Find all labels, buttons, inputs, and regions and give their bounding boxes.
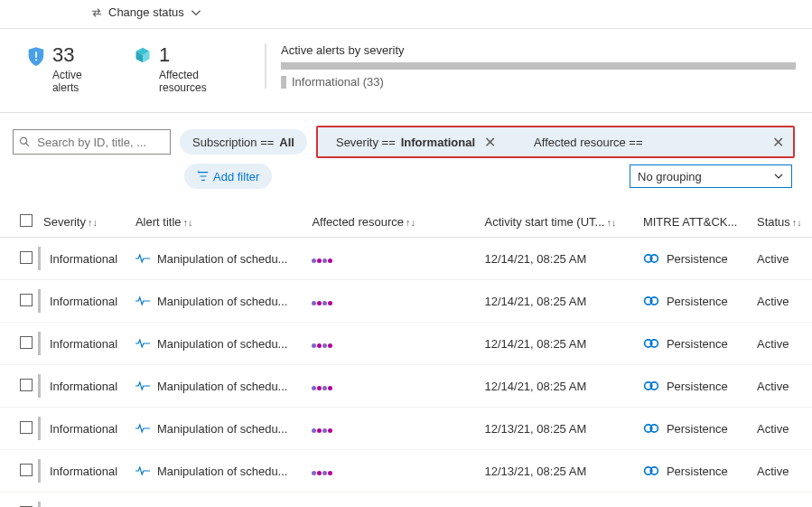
cell-title[interactable]: Manipulation of schedu... — [130, 408, 306, 450]
row-checkbox[interactable] — [0, 238, 38, 280]
cell-status: Active — [751, 323, 812, 365]
header-title[interactable]: Alert title↑↓ — [130, 205, 306, 238]
persistence-icon — [643, 337, 659, 350]
svg-point-2 — [21, 137, 27, 144]
table-row[interactable]: Informational Manipulation of schedu... … — [0, 365, 812, 408]
filter-row-2: + Add filter No grouping — [0, 158, 812, 194]
cell-title[interactable]: Manipulation of schedu... — [130, 238, 306, 280]
swap-icon — [90, 6, 103, 19]
persistence-icon — [643, 295, 659, 307]
row-checkbox[interactable] — [0, 450, 38, 493]
header-resource[interactable]: Affected resource↑↓ — [306, 205, 430, 238]
grouping-select[interactable]: No grouping — [630, 164, 792, 188]
cell-resource — [306, 323, 430, 365]
filter-affected-resource[interactable]: Affected resource == — [521, 129, 660, 155]
filter-severity[interactable]: Severity == Informational ✕ — [323, 129, 512, 155]
pill-value: All — [279, 136, 294, 149]
cell-status: Active — [751, 450, 812, 493]
pill-value: Informational — [401, 136, 475, 149]
header-checkbox[interactable] — [0, 205, 38, 238]
cell-mitre: Persistence — [638, 238, 751, 280]
activity-icon — [135, 423, 150, 434]
resource-icon — [312, 386, 332, 390]
table-row[interactable]: Informational Manipulation of schedu... … — [0, 323, 812, 365]
cell-time: 12/14/21, 08:25 AM — [430, 365, 637, 408]
row-checkbox[interactable] — [0, 493, 38, 508]
cell-title[interactable]: Manipulation of schedu... — [130, 323, 306, 365]
cell-title[interactable]: Manipulation of schedu... — [130, 280, 306, 323]
active-alerts-stat: 33 Active alerts — [27, 43, 98, 94]
severity-legend-text: Informational (33) — [292, 75, 384, 89]
row-checkbox[interactable] — [0, 365, 38, 408]
severity-title: Active alerts by severity — [281, 43, 796, 57]
cell-mitre: Persistence — [638, 450, 751, 493]
search-input[interactable] — [13, 129, 171, 155]
persistence-icon — [643, 422, 659, 435]
cell-resource — [306, 280, 430, 323]
close-icon[interactable]: ✕ — [772, 134, 784, 151]
change-status-action[interactable]: Change status — [0, 0, 812, 24]
persistence-icon — [643, 252, 659, 265]
sort-icon: ↑↓ — [606, 217, 616, 228]
row-checkbox[interactable] — [0, 323, 38, 365]
cell-mitre: Persistence — [638, 323, 751, 365]
header-activity[interactable]: Activity start time (UT...↑↓ — [430, 205, 637, 238]
table-row[interactable]: Informational Manipulation of schedu... … — [0, 408, 812, 450]
cell-title[interactable]: Manipulation of schedu... — [130, 365, 306, 408]
header-mitre[interactable]: MITRE ATT&CK... — [638, 205, 751, 238]
cell-status: Active — [751, 408, 812, 450]
search-icon — [19, 136, 30, 148]
add-filter-button[interactable]: + Add filter — [184, 164, 272, 189]
activity-icon — [135, 338, 150, 349]
resource-icon — [312, 428, 332, 433]
table-row[interactable]: Informational Manipulation of schedu... … — [0, 450, 812, 493]
svg-text:+: + — [197, 170, 201, 175]
cell-time: 12/13/21, 08:25 AM — [430, 450, 637, 493]
search-field[interactable] — [35, 135, 164, 150]
grouping-value: No grouping — [638, 170, 702, 183]
table-row[interactable]: Informational Manipulation of schedu... … — [0, 238, 812, 280]
table-row[interactable]: Informational Manipulation of schedu... … — [0, 493, 812, 508]
table-row[interactable]: Informational Manipulation of schedu... … — [0, 280, 812, 323]
activity-icon — [135, 253, 150, 264]
row-checkbox[interactable] — [0, 280, 38, 323]
affected-resources-stat: 1 Affected resources — [134, 43, 229, 94]
resource-icon — [312, 301, 332, 305]
cell-severity: Informational — [38, 365, 130, 408]
cell-severity: Informational — [38, 323, 130, 365]
cell-resource — [306, 238, 430, 280]
cell-mitre: Persistence — [638, 280, 751, 323]
cell-status: Active — [751, 280, 812, 323]
resource-icon — [312, 343, 332, 348]
severity-block: Active alerts by severity Informational … — [265, 43, 796, 89]
header-severity[interactable]: Severity↑↓ — [38, 205, 130, 238]
cell-time: 12/14/21, 08:25 AM — [430, 238, 637, 280]
cell-mitre: Persistence — [638, 365, 751, 408]
cell-status: Active — [751, 493, 812, 508]
activity-icon — [135, 380, 150, 391]
sort-icon: ↑↓ — [183, 217, 193, 228]
cell-mitre: Persistence — [638, 493, 751, 508]
cell-title[interactable]: Manipulation of schedu... — [130, 450, 306, 493]
cell-time: 12/13/21, 08:25 AM — [430, 493, 637, 508]
severity-legend: Informational (33) — [281, 75, 796, 89]
cell-title[interactable]: Manipulation of schedu... — [130, 493, 306, 508]
svg-rect-1 — [35, 59, 37, 61]
cell-severity: Informational — [38, 238, 130, 280]
highlighted-filters: Severity == Informational ✕ Affected res… — [316, 126, 795, 158]
close-icon[interactable]: ✕ — [484, 134, 496, 151]
filter-row: Subscription == All Severity == Informat… — [0, 113, 812, 158]
persistence-icon — [643, 465, 659, 477]
active-alerts-label: Active alerts — [52, 69, 98, 94]
cell-severity: Informational — [38, 280, 130, 323]
row-checkbox[interactable] — [0, 408, 38, 450]
header-status[interactable]: Status↑↓ — [751, 205, 812, 238]
sort-icon: ↑↓ — [406, 217, 415, 228]
cell-resource — [306, 408, 430, 450]
resource-icon — [312, 471, 332, 475]
activity-icon — [135, 465, 150, 476]
chevron-down-icon — [190, 6, 202, 19]
cell-mitre: Persistence — [638, 408, 751, 450]
cell-resource — [306, 450, 430, 493]
filter-subscription[interactable]: Subscription == All — [180, 129, 307, 155]
